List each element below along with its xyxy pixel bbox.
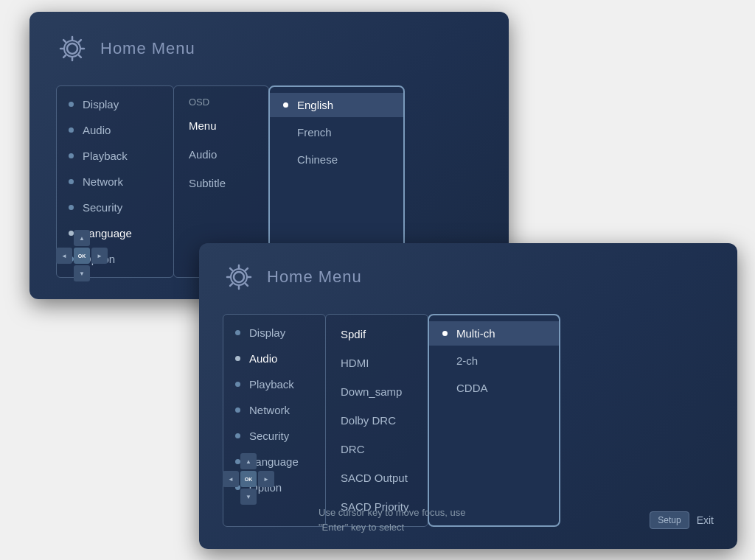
p2-dot-display bbox=[235, 330, 240, 335]
dpad-ok[interactable]: OK bbox=[74, 248, 90, 264]
p2-dpad-empty-tr bbox=[258, 453, 274, 469]
svg-point-2 bbox=[234, 272, 244, 282]
dropdown-item-french[interactable]: French bbox=[270, 120, 403, 144]
dpad-left[interactable]: ◄ bbox=[56, 248, 72, 264]
p2-dpad-left[interactable]: ◄ bbox=[223, 471, 239, 487]
p2-menu-label-security: Security bbox=[249, 430, 289, 442]
menu-label-playback: Playback bbox=[83, 150, 128, 162]
dpad-empty-bl bbox=[56, 265, 72, 281]
exit-label[interactable]: Exit bbox=[697, 514, 714, 526]
p2-dropdown-label-cdda: CDDA bbox=[456, 382, 488, 394]
menu-label-display: Display bbox=[83, 98, 119, 111]
p2-dropdown-label-2ch: 2-ch bbox=[456, 354, 478, 367]
sub-item-subtitle[interactable]: Subtitle bbox=[174, 171, 268, 195]
panel2-dropdown: Multi-ch 2-ch CDDA bbox=[428, 314, 560, 527]
p2-dot-multich bbox=[442, 331, 448, 336]
panel2-footer: Use cursor key to move focus, use "Enter… bbox=[223, 505, 714, 534]
sub-item-menu[interactable]: Menu bbox=[174, 113, 268, 138]
panel2-content: Display Audio Playback Network Security … bbox=[223, 314, 714, 527]
dot-english bbox=[283, 102, 288, 108]
menu-item-display[interactable]: Display bbox=[57, 94, 173, 115]
p2-dpad-ok[interactable]: OK bbox=[240, 471, 257, 487]
dropdown-label-english: English bbox=[297, 99, 333, 111]
dot-display bbox=[69, 102, 74, 107]
help-line1: Use cursor key to move focus, use bbox=[319, 505, 465, 520]
dot-audio bbox=[69, 127, 74, 133]
menu-label-security: Security bbox=[83, 201, 122, 214]
dpad-empty-br bbox=[91, 265, 108, 281]
p2-dpad-empty-tl bbox=[223, 453, 239, 469]
dpad-up[interactable]: ▲ bbox=[74, 230, 90, 246]
p2-dot-audio bbox=[235, 356, 240, 361]
dpad-down[interactable]: ▼ bbox=[74, 265, 90, 281]
p2-menu-item-audio[interactable]: Audio bbox=[223, 348, 325, 369]
panel1-title: Home Menu bbox=[100, 39, 195, 58]
setup-button[interactable]: Setup bbox=[650, 511, 689, 529]
p2-dot-network bbox=[235, 407, 240, 413]
dropdown-item-chinese[interactable]: Chinese bbox=[270, 147, 403, 172]
p2-sub-dolby[interactable]: Dolby DRC bbox=[326, 408, 428, 433]
dot-security bbox=[69, 205, 74, 210]
help-text: Use cursor key to move focus, use "Enter… bbox=[319, 505, 465, 534]
p2-menu-label-playback: Playback bbox=[249, 378, 294, 391]
panel2: Home Menu Display Audio Playback Network bbox=[199, 243, 737, 549]
menu-item-audio[interactable]: Audio bbox=[57, 119, 173, 141]
menu-item-security[interactable]: Security bbox=[57, 197, 173, 218]
dpad-empty-tr bbox=[91, 230, 108, 246]
p2-dropdown-multich[interactable]: Multi-ch bbox=[429, 321, 559, 346]
p2-dropdown-cdda[interactable]: CDDA bbox=[429, 376, 559, 400]
p2-menu-item-network[interactable]: Network bbox=[223, 399, 325, 421]
p2-dpad-down[interactable]: ▼ bbox=[240, 489, 257, 505]
p2-menu-label-display: Display bbox=[249, 326, 285, 339]
sub-item-osd-header: OSD bbox=[174, 94, 268, 109]
p2-sub-sacd-output[interactable]: SACD Output bbox=[326, 466, 428, 490]
dot-playback bbox=[69, 153, 74, 158]
menu-label-audio: Audio bbox=[83, 124, 111, 136]
sub-item-audio[interactable]: Audio bbox=[174, 142, 268, 167]
dropdown-label-french: French bbox=[297, 126, 332, 139]
dpad-grid: ▲ ◄ OK ► ▼ bbox=[56, 230, 108, 281]
p2-dpad-right[interactable]: ► bbox=[258, 471, 274, 487]
p2-dpad-grid: ▲ ◄ OK ► ▼ bbox=[223, 453, 274, 505]
panel1-header: Home Menu bbox=[56, 32, 482, 65]
p2-dpad-empty-br bbox=[258, 489, 274, 505]
gear-icon-2 bbox=[223, 261, 255, 293]
menu-item-network[interactable]: Network bbox=[57, 171, 173, 192]
panel2-title: Home Menu bbox=[267, 267, 362, 287]
dropdown-label-chinese: Chinese bbox=[297, 153, 338, 166]
gear-icon bbox=[56, 32, 88, 65]
menu-label-network: Network bbox=[83, 175, 123, 188]
dropdown-item-english[interactable]: English bbox=[270, 93, 403, 117]
help-line2: "Enter" key to select bbox=[319, 520, 465, 535]
p2-dot-playback bbox=[235, 382, 240, 387]
p2-sub-downsamp[interactable]: Down_samp bbox=[326, 379, 428, 404]
p2-menu-item-display[interactable]: Display bbox=[223, 322, 325, 343]
footer-buttons: Setup Exit bbox=[650, 511, 714, 529]
menu-item-playback[interactable]: Playback bbox=[57, 145, 173, 167]
p2-dpad-up[interactable]: ▲ bbox=[240, 453, 257, 469]
panel2-header: Home Menu bbox=[223, 261, 714, 293]
p2-dpad-empty-bl bbox=[223, 489, 239, 505]
p2-dropdown-label-multich: Multi-ch bbox=[456, 327, 495, 340]
dot-network bbox=[69, 179, 74, 184]
dpad-right[interactable]: ► bbox=[91, 248, 108, 264]
p2-menu-label-network: Network bbox=[249, 404, 290, 416]
p2-menu-label-audio: Audio bbox=[249, 352, 277, 365]
p2-dropdown-2ch[interactable]: 2-ch bbox=[429, 349, 559, 373]
p2-sub-hdmi[interactable]: HDMI bbox=[326, 351, 428, 375]
dpad-empty-tl bbox=[56, 230, 72, 246]
svg-point-0 bbox=[67, 43, 77, 54]
panel2-dpad: ▲ ◄ OK ► ▼ bbox=[223, 453, 274, 505]
p2-menu-item-security[interactable]: Security bbox=[223, 425, 325, 447]
panel1-dpad: ▲ ◄ OK ► ▼ bbox=[56, 230, 108, 281]
p2-dot-security bbox=[235, 433, 240, 438]
p2-menu-item-playback[interactable]: Playback bbox=[223, 374, 325, 395]
p2-sub-spdif[interactable]: Spdif bbox=[326, 322, 428, 346]
p2-sub-drc[interactable]: DRC bbox=[326, 437, 428, 461]
panel2-sub-menu: Spdif HDMI Down_samp Dolby DRC DRC SACD … bbox=[325, 314, 428, 527]
